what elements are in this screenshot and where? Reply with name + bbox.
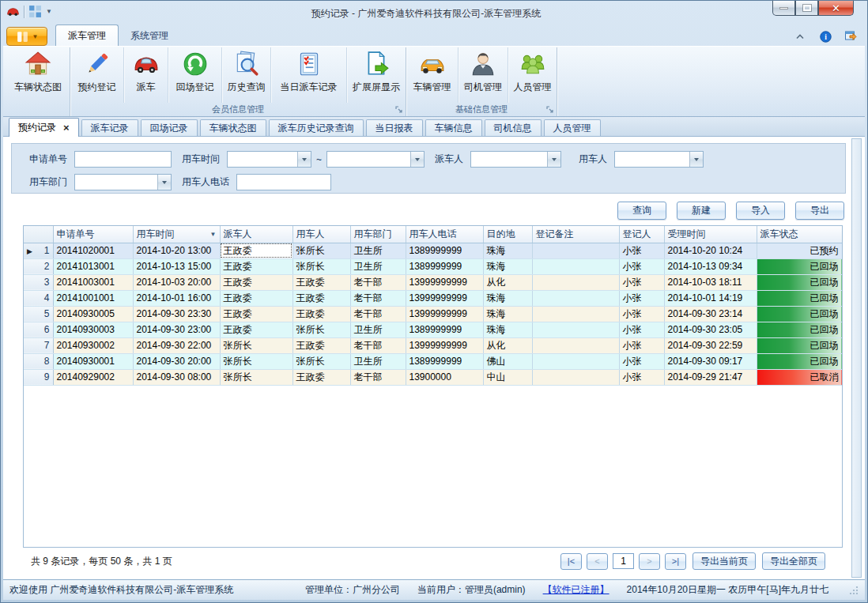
cell-dest[interactable]: 中山 — [483, 369, 532, 385]
application-menu-button[interactable]: ▼ — [6, 27, 47, 46]
cell-registrar[interactable]: 小张 — [619, 353, 664, 369]
table-row[interactable]: 7201409300022014-09-30 22:00张所长王政委老干部139… — [24, 337, 842, 353]
registered-link[interactable]: 【软件已注册】 — [543, 583, 609, 597]
cell-use-time[interactable]: 2014-09-30 08:00 — [133, 369, 220, 385]
cell-dept[interactable]: 老干部 — [350, 290, 406, 306]
cell-dispatcher[interactable]: 张所长 — [220, 353, 292, 369]
resize-grip-icon[interactable] — [849, 586, 859, 595]
table-row[interactable]: 8201409300012014-09-30 20:00张所长张所长卫生所138… — [24, 353, 842, 369]
cell-accept-time[interactable]: 2014-09-30 23:05 — [664, 322, 757, 337]
cell-dispatcher[interactable]: 王政委 — [220, 243, 292, 258]
column-header-dispatcher[interactable]: 派车人 — [220, 226, 292, 243]
cell-user[interactable]: 张所长 — [292, 353, 350, 369]
export-current-page-button[interactable]: 导出当前页 — [693, 552, 756, 570]
cell-accept-time[interactable]: 2014-10-20 10:24 — [664, 243, 757, 258]
row-indicator-cell[interactable]: 5 — [24, 306, 53, 322]
prev-page-button[interactable]: < — [587, 553, 608, 570]
row-indicator-cell[interactable]: 3 — [24, 274, 53, 290]
cell-use-time[interactable]: 2014-10-01 16:00 — [133, 290, 220, 306]
row-indicator-cell[interactable]: 2 — [24, 258, 53, 274]
cell-remark[interactable] — [532, 243, 619, 258]
layout-grid-icon[interactable] — [28, 5, 42, 18]
cell-dispatcher[interactable]: 王政委 — [220, 258, 292, 274]
cell-phone[interactable]: 1389999999 — [406, 322, 483, 337]
cell-dept[interactable]: 卫生所 — [350, 322, 406, 337]
sort-descending-icon[interactable]: ▼ — [210, 231, 217, 238]
cell-user[interactable]: 王政委 — [292, 290, 350, 306]
cell-phone[interactable]: 13999999999 — [406, 306, 483, 322]
ribbon-tab[interactable]: 派车管理 — [55, 24, 119, 46]
cell-registrar[interactable]: 小张 — [619, 306, 664, 322]
doc-tab[interactable]: 派车记录 — [81, 119, 138, 136]
row-indicator-cell[interactable]: 9 — [24, 369, 53, 385]
next-page-button[interactable]: > — [639, 553, 660, 570]
row-indicator-header[interactable] — [24, 226, 53, 243]
dialog-launcher-icon[interactable] — [546, 106, 554, 114]
row-indicator-cell[interactable]: ▶1 — [24, 243, 53, 258]
cell-accept-time[interactable]: 2014-10-03 18:11 — [664, 274, 757, 290]
cell-user[interactable]: 王政委 — [292, 274, 350, 290]
table-row[interactable]: 4201410010012014-10-01 16:00王政委王政委老干部139… — [24, 290, 842, 306]
cell-dest[interactable]: 珠海 — [483, 322, 532, 337]
query-button[interactable]: 查询 — [617, 202, 666, 220]
dialog-launcher-icon[interactable] — [395, 106, 403, 114]
cell-dispatcher[interactable]: 张所长 — [220, 337, 292, 353]
chevron-down-icon[interactable] — [410, 152, 424, 167]
ribbon-button[interactable]: 预约登记 — [70, 47, 124, 103]
cell-accept-time[interactable]: 2014-09-30 09:17 — [664, 353, 757, 369]
last-page-button[interactable]: >| — [665, 553, 686, 570]
column-header-status[interactable]: 派车状态 — [757, 226, 842, 243]
cell-registrar[interactable]: 小张 — [619, 290, 664, 306]
cell-phone[interactable]: 1389999999 — [406, 243, 483, 258]
cell-remark[interactable] — [532, 258, 619, 274]
cell-dept[interactable]: 老干部 — [350, 306, 406, 322]
doc-tab[interactable]: 车辆状态图 — [200, 119, 266, 136]
cell-apply-no[interactable]: 20140930003 — [53, 322, 133, 337]
cell-remark[interactable] — [532, 274, 619, 290]
cell-registrar[interactable]: 小张 — [619, 243, 664, 258]
phone-input[interactable] — [236, 174, 331, 190]
cell-status[interactable]: 已预约 — [757, 243, 842, 258]
table-row[interactable]: 2201410130012014-10-13 15:00王政委张所长卫生所138… — [24, 258, 842, 274]
cell-accept-time[interactable]: 2014-10-01 14:19 — [664, 290, 757, 306]
cell-apply-no[interactable]: 20140929002 — [53, 369, 133, 385]
cell-accept-time[interactable]: 2014-10-13 09:34 — [664, 258, 757, 274]
chevron-down-icon[interactable] — [157, 175, 171, 190]
column-header-phone[interactable]: 用车人电话 — [406, 226, 483, 243]
cell-apply-no[interactable]: 20140930005 — [53, 306, 133, 322]
cell-accept-time[interactable]: 2014-09-30 22:59 — [664, 337, 757, 353]
user-combo[interactable] — [614, 151, 704, 168]
cell-phone[interactable]: 13999999999 — [406, 290, 483, 306]
cell-registrar[interactable]: 小张 — [619, 369, 664, 385]
cell-status[interactable]: 已回场 — [757, 306, 842, 322]
row-indicator-cell[interactable]: 6 — [24, 322, 53, 337]
cell-user[interactable]: 王政委 — [292, 337, 350, 353]
cell-use-time[interactable]: 2014-09-30 20:00 — [133, 353, 220, 369]
apply-no-input[interactable] — [74, 151, 172, 168]
cell-apply-no[interactable]: 20140930002 — [53, 337, 133, 353]
cell-dept[interactable]: 卫生所 — [350, 353, 406, 369]
use-time-to-combo[interactable] — [326, 151, 425, 168]
cell-status[interactable]: 已取消 — [757, 369, 842, 385]
ribbon-button[interactable]: 扩展屏显示 — [347, 47, 406, 103]
cell-user[interactable]: 张所长 — [292, 322, 350, 337]
cell-user[interactable]: 张所长 — [292, 243, 350, 258]
use-time-from-combo[interactable] — [227, 151, 311, 168]
page-number-input[interactable] — [613, 553, 634, 569]
cell-apply-no[interactable]: 20141013001 — [53, 258, 133, 274]
cell-remark[interactable] — [532, 369, 619, 385]
column-header-apply-no[interactable]: 申请单号 — [53, 226, 133, 243]
ribbon-button[interactable]: 司机管理 — [459, 47, 508, 103]
cell-user[interactable]: 王政委 — [292, 306, 350, 322]
chevron-down-icon[interactable] — [689, 152, 703, 167]
vertical-scrollbar[interactable] — [851, 138, 862, 578]
cell-phone[interactable]: 13999999999 — [406, 274, 483, 290]
cell-registrar[interactable]: 小张 — [619, 258, 664, 274]
minimize-button[interactable] — [772, 1, 795, 16]
cell-registrar[interactable]: 小张 — [619, 337, 664, 353]
cell-use-time[interactable]: 2014-09-30 22:00 — [133, 337, 220, 353]
cell-apply-no[interactable]: 20140930001 — [53, 353, 133, 369]
info-icon[interactable]: i — [819, 30, 832, 43]
column-header-registrar[interactable]: 登记人 — [619, 226, 664, 243]
collapse-ribbon-icon[interactable] — [794, 30, 806, 43]
